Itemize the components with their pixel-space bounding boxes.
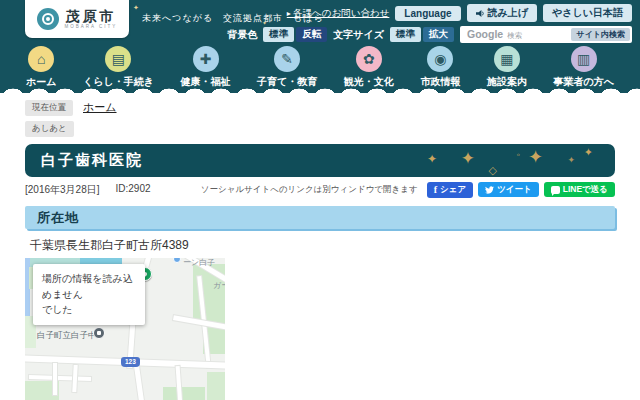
contact-link[interactable]: 各課へのお問い合わせ <box>287 7 390 20</box>
font-standard-button[interactable]: 標準 <box>390 27 421 42</box>
read-aloud-button[interactable]: 読み上げ <box>467 4 537 22</box>
bg-standard-button[interactable]: 標準 <box>263 27 294 42</box>
documents-icon: ▤ <box>105 46 131 72</box>
easy-japanese-button[interactable]: やさしい日本語 <box>543 4 632 22</box>
google-map[interactable]: ーン白子 ガー カー場 白子町立白子中 123 場所の情報を読み込めません でし… <box>25 258 225 400</box>
map-label-school: 白子町立白子中 <box>37 330 97 342</box>
nav-item-shisei[interactable]: ◉市政情報 <box>420 46 460 89</box>
font-large-button[interactable]: 拡大 <box>423 27 454 42</box>
nav-item-kenko[interactable]: ✚健康・福祉 <box>181 46 231 89</box>
nav-item-shisetsu[interactable]: ▦施設案内 <box>487 46 527 89</box>
sparkle-icon <box>133 4 139 11</box>
article-title-bar: 白子歯科医院 <box>25 144 615 177</box>
map-route-badge: 123 <box>121 357 140 367</box>
mobara-city-emblem-icon <box>37 8 59 30</box>
nav-item-jigyosha[interactable]: ▥事業者の方へ <box>553 46 613 89</box>
google-logo: Google <box>467 28 503 40</box>
publish-date: [2016年3月28日] <box>25 183 100 197</box>
global-nav: ⌂ホーム▤くらし・手続き✚健康・福祉✎子育て・教育✿観光・文化◉市政情報▦施設案… <box>0 46 640 89</box>
map-label: ーン白子 <box>183 258 215 268</box>
map-poi-icon <box>173 258 181 263</box>
line-share-button[interactable]: LINEで送る <box>544 182 615 196</box>
address-text: 千葉県長生郡白子町古所4389 <box>30 237 640 254</box>
nav-item-kosodate[interactable]: ✎子育て・教育 <box>257 46 317 89</box>
wave-border <box>0 84 640 93</box>
nav-item-home[interactable]: ⌂ホーム <box>26 46 56 89</box>
sparkle-icon <box>427 153 437 165</box>
site-logo[interactable]: 茂原市 MOBARA CITY <box>25 0 129 38</box>
map-road <box>134 365 145 400</box>
breadcrumb: 現在位置 ホーム <box>25 100 640 115</box>
font-size-label: 文字サイズ <box>333 28 384 42</box>
breadcrumb-home-link[interactable]: ホーム <box>83 100 117 115</box>
flower-icon: ✿ <box>356 46 382 72</box>
speaker-icon <box>476 9 485 18</box>
map-road <box>176 366 183 400</box>
sparkle-icon <box>584 147 593 158</box>
twitter-bird-icon <box>485 186 494 194</box>
breadcrumb-position-badge: 現在位置 <box>25 100 73 116</box>
sparkle-icon <box>528 148 543 166</box>
line-icon <box>551 186 560 194</box>
map-green-area <box>163 387 205 400</box>
building-icon: ▦ <box>494 46 520 72</box>
sparkle-icon <box>567 156 575 165</box>
site-header: 茂原市 MOBARA CITY 未来へつながる 交流拠点都市 もばら 各課へのお… <box>0 0 640 93</box>
health-icon: ✚ <box>193 46 219 72</box>
city-name-romaji: MOBARA CITY <box>65 25 118 30</box>
bg-color-label: 背景色 <box>227 28 257 42</box>
site-search-input[interactable]: Google 検索 サイト内検索 <box>460 26 632 43</box>
map-error-popup: 場所の情報を読み込めません でした <box>33 264 145 325</box>
section-heading: 所在地 <box>37 209 79 227</box>
nav-item-kanko[interactable]: ✿観光・文化 <box>344 46 394 89</box>
map-school-poi-icon <box>93 327 105 339</box>
page-title: 白子歯科医院 <box>41 151 143 170</box>
sparkle-icon <box>461 150 475 167</box>
city-emblem-icon: ◉ <box>427 46 453 72</box>
dot-icon <box>516 150 520 160</box>
twitter-share-button[interactable]: ツイート <box>478 182 539 196</box>
map-road <box>53 363 57 395</box>
map-green-area <box>207 372 225 400</box>
footprints-button[interactable]: あしあと <box>25 121 74 137</box>
house-icon: ⌂ <box>28 46 54 72</box>
article-id: ID:2902 <box>116 183 151 197</box>
location-section-header: 所在地 <box>25 206 615 229</box>
map-label: ガー <box>213 280 225 291</box>
diamond-icon <box>489 165 497 176</box>
social-note: ソーシャルサイトへのリンクは別ウィンドウで開きます <box>201 184 418 196</box>
city-name: 茂原市 <box>65 9 116 23</box>
map-road <box>72 365 77 392</box>
pencil-icon: ✎ <box>274 46 300 72</box>
facebook-share-button[interactable]: f シェア <box>427 182 473 198</box>
facebook-icon: f <box>434 184 437 196</box>
nav-item-kurashi[interactable]: ▤くらし・手続き <box>83 46 154 89</box>
bg-invert-button[interactable]: 反転 <box>296 27 327 42</box>
site-search-button[interactable]: サイト内検索 <box>571 28 630 41</box>
offices-icon: ▥ <box>571 46 597 72</box>
language-button[interactable]: Language <box>395 6 460 21</box>
